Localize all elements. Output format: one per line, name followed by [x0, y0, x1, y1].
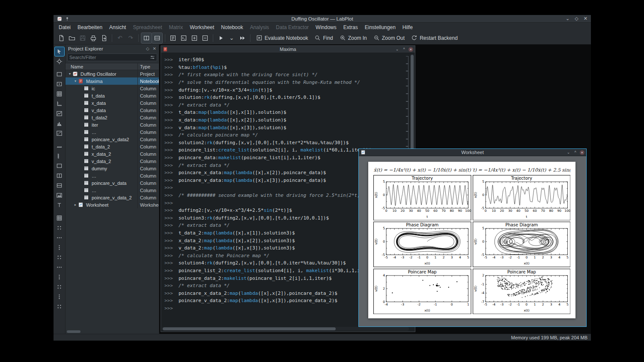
new-plot-area-tool[interactable] — [55, 80, 64, 89]
restart-backend-button[interactable]: Restart Backend — [408, 33, 461, 42]
tree-row-t-data[interactable]: t_dataColumn — [66, 92, 159, 99]
find-button[interactable]: Find — [311, 33, 336, 42]
new-scatter-plot-tool[interactable] — [55, 129, 64, 138]
arrange-tool[interactable] — [55, 282, 64, 291]
zoom-select-tool[interactable] — [55, 57, 64, 66]
tree-row-x-data-2[interactable]: x_data_2Column — [66, 150, 159, 157]
tree-row-t-data-2[interactable]: t_data_2Column — [66, 143, 159, 150]
tree-row-duffing-oscillator[interactable]: ▾Duffing OscillatorProject — [66, 70, 159, 77]
titlebar[interactable]: Duffing Oscillator — LabPlot ⌄◇✕ — [54, 15, 591, 23]
zoom-in-button[interactable]: Zoom In — [337, 33, 370, 42]
menu-einstellungen[interactable]: Einstellungen — [361, 24, 399, 31]
plot-phase-diagram-1[interactable]: Phase Diagram-5-4-3-2-1012345-505v(t)x(t… — [373, 222, 471, 267]
tree-row-poincare-v-data-2[interactable]: poincare_v_data_2Column — [66, 194, 159, 201]
zoom-out-button[interactable]: Zoom Out — [370, 33, 408, 42]
menu-hilfe[interactable]: Hilfe — [399, 24, 416, 31]
maxima-titlebar[interactable]: Maxima ⌄^✕ — [161, 46, 415, 53]
horizontal-scrollbar[interactable] — [66, 329, 159, 334]
tree-row-dummy[interactable]: dummyColumn — [66, 165, 159, 172]
new-column-layout-tool[interactable] — [55, 171, 64, 180]
menu-worksheet[interactable]: Worksheet — [186, 24, 218, 31]
code-line[interactable]: >>>/* first example with the driving for… — [164, 71, 403, 79]
more-tools-1[interactable] — [55, 292, 64, 301]
code-line[interactable]: >>>/* calculate poincare map */ — [164, 131, 403, 139]
scrollbar-thumb[interactable] — [67, 330, 80, 333]
maxima-restore-button[interactable]: ^ — [402, 47, 406, 51]
pointer-tool[interactable] — [55, 47, 64, 56]
tree-row-worksheet[interactable]: ▸WorksheetWorksheet — [66, 201, 159, 208]
new-image-tool[interactable] — [55, 191, 64, 200]
new-xy-curve-tool[interactable] — [55, 109, 64, 118]
new-grid-tool[interactable] — [55, 214, 64, 223]
worksheet-restore-button[interactable]: ^ — [573, 150, 578, 154]
menu-analysis[interactable]: Analysis — [247, 24, 273, 31]
column-header-type[interactable]: Type — [137, 63, 159, 70]
print-button[interactable] — [88, 33, 98, 43]
tree-row-item[interactable]: …Column — [66, 128, 159, 136]
pin-icon[interactable] — [65, 16, 70, 21]
new-axis-tool[interactable] — [55, 99, 64, 108]
align-horizontal-tool[interactable] — [55, 263, 64, 272]
new-histogram-tool[interactable] — [55, 119, 64, 128]
worksheet-collapse-button[interactable]: ⌄ — [566, 150, 571, 154]
tree-row-x-data[interactable]: x_dataColumn — [66, 99, 159, 107]
shade-window-button[interactable]: ⌄ — [566, 16, 569, 21]
maxima-close-button[interactable]: ✕ — [408, 47, 413, 52]
menu-windows[interactable]: Windows — [312, 24, 340, 31]
tree-row-poincare-v-data[interactable]: poincare_v_dataColumn — [66, 179, 159, 187]
code-line[interactable]: >>>v_data:map(lambda([x],x[3]),solution)… — [164, 124, 403, 131]
tree-row-item[interactable]: …Column — [66, 187, 159, 194]
snap-vertical-tool[interactable] — [55, 243, 64, 252]
code-line[interactable]: >>>duffing:[v,-v/10+x-x^3/4+sin(t)]$ — [164, 86, 403, 94]
menu-notebook[interactable]: Notebook — [218, 24, 246, 31]
plot-poincare-map-2[interactable]: Poincare Map-5-4-3-2-10123452-1-4-7v(t)x… — [473, 269, 571, 314]
evaluate-notebook-button[interactable]: Evaluate Notebook — [253, 33, 311, 42]
plot-trajectory-2[interactable]: Trajectory0102030405060708090100-505x(t)… — [473, 175, 571, 220]
code-line[interactable]: >>>/* solve the differential equation wi… — [164, 79, 403, 86]
maxima-collapse-button[interactable]: ⌄ — [395, 47, 400, 51]
insert-entry-button[interactable] — [189, 33, 200, 43]
worksheet-titlebar[interactable]: Worksheet ⌄^✕ — [359, 149, 586, 156]
menu-spreadsheet[interactable]: Spreadsheet — [129, 24, 165, 31]
code-line[interactable]: >>>iter:500$ — [164, 56, 403, 64]
menu-bearbeiten[interactable]: Bearbeiten — [74, 24, 106, 31]
new-plot-template-tool[interactable] — [55, 89, 64, 98]
new-text-label-tool[interactable] — [55, 201, 64, 210]
expander-icon[interactable]: ▾ — [73, 79, 78, 83]
scrollbar-thumb[interactable] — [163, 327, 336, 330]
run-entry-button[interactable] — [216, 33, 226, 43]
new-worksheet-tool[interactable] — [55, 70, 64, 79]
new-vertical-axis-tool[interactable] — [55, 151, 64, 160]
add-command-entry-button[interactable] — [179, 33, 189, 43]
distribute-tool[interactable] — [55, 253, 64, 262]
snap-horizontal-tool[interactable] — [55, 233, 64, 242]
expander-icon[interactable]: ▸ — [73, 203, 78, 207]
export-button[interactable] — [99, 33, 109, 43]
run-all-button[interactable] — [237, 33, 247, 43]
menu-extras[interactable]: Extras — [340, 24, 361, 31]
new-horizontal-axis-tool[interactable] — [55, 142, 64, 151]
filter-options-icon[interactable] — [150, 55, 155, 60]
horizontal-scrollbar[interactable] — [162, 327, 409, 331]
code-line[interactable]: >>>%tau:bfloat(%pi)$ — [164, 64, 403, 71]
code-line[interactable]: >>>x_data:map(lambda([x],x[2]),solution)… — [164, 116, 403, 124]
equation-label-1[interactable]: ẍ(t) = −1/4x³(t) + x(t) − 1/10ẋ(t) + sin… — [373, 166, 471, 174]
code-line[interactable]: >>>solution2:rk(duffing,[x,v],[0,0],[t,0… — [164, 139, 403, 147]
plot-poincare-map-1[interactable]: Poincare Map-4-3-2-101024v(t)x(t) — [373, 269, 471, 314]
align-vertical-tool[interactable] — [55, 273, 64, 282]
plot-phase-diagram-2[interactable]: Phase Diagram-5-4-3-2-1012345-505v(t)x(t… — [473, 222, 571, 267]
new-box-plot-tool[interactable] — [55, 161, 64, 170]
tree-row-item[interactable]: …Column — [66, 172, 159, 179]
equation-label-2[interactable]: ẍ(t) = −1/4x³(t) + x(t) − 1/10ẋ(t) + 2.5… — [473, 166, 571, 174]
tree-row-v-data[interactable]: v_dataColumn — [66, 107, 159, 114]
menu-matrix[interactable]: Matrix — [165, 24, 186, 31]
search-box[interactable] — [67, 53, 157, 61]
close-panel-button[interactable]: ✕ — [153, 46, 156, 51]
tree-row-iter[interactable]: iterColumn — [66, 121, 159, 128]
plot-trajectory-1[interactable]: Trajectory0102030405060708090100-505x(t)… — [373, 175, 471, 220]
save-project-button[interactable] — [78, 33, 88, 43]
tree-row-poincare-v-data2[interactable]: poincare_v_data2Column — [66, 136, 159, 143]
tree-row-maxima[interactable]: ▾MaximaNotebook — [66, 77, 159, 85]
code-line[interactable]: >>>solution:rk(duffing,[x,v],[0,0],[t,0,… — [164, 94, 403, 101]
new-project-button[interactable] — [56, 33, 66, 43]
